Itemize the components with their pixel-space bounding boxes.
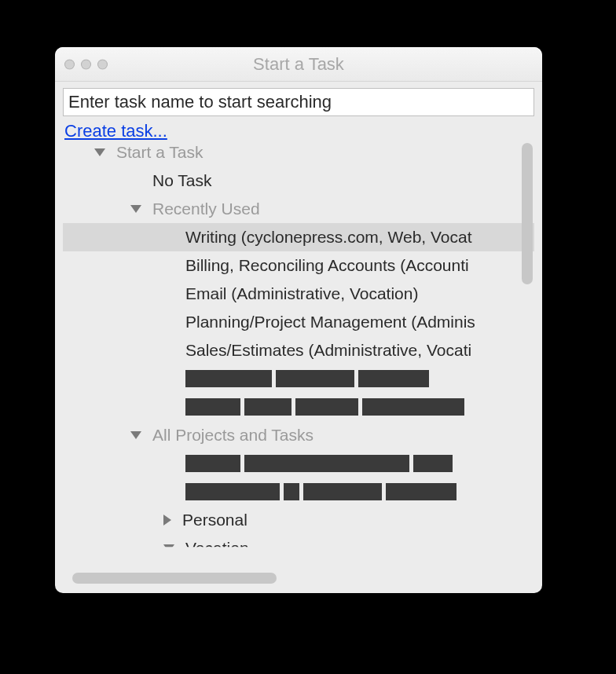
disclosure-spacer [163,346,174,354]
window-controls [64,59,108,69]
no-task-label: No Task [152,168,211,194]
disclosure-spacer [163,290,174,298]
minimize-window-button[interactable] [81,59,91,69]
personal-row[interactable]: Personal [63,506,534,534]
recent-item-label: Planning/Project Management (Adminis [185,310,475,335]
disclosure-spacer [163,233,174,241]
disclosure-spacer [163,262,174,269]
close-window-button[interactable] [64,59,75,69]
recent-item-label: Sales/Estimates (Administrative, Vocati [185,338,471,364]
personal-label: Personal [182,507,248,533]
obscured-text [185,370,429,387]
start-task-window: Start a Task Create task... Start a Task… [55,47,542,593]
horizontal-scrollbar[interactable] [72,573,277,584]
recent-item-label: Email (Administrative, Vocation) [185,281,418,307]
disclosure-spacer [163,488,174,496]
disclosure-down-icon[interactable] [163,544,174,552]
disclosure-right-icon[interactable] [163,515,171,526]
no-task-row[interactable]: No Task [63,167,534,195]
disclosure-spacer [163,375,174,383]
obscured-text [185,398,464,416]
obscured-item-row[interactable] [63,478,534,506]
disclosure-spacer [163,318,174,326]
all-projects-row[interactable]: All Projects and Tasks [63,421,534,449]
recent-item-row[interactable]: Sales/Estimates (Administrative, Vocati [63,336,534,364]
recent-item-row[interactable]: Writing (cyclonepress.com, Web, Vocat [63,223,534,251]
tree-root-label: Start a Task [116,140,204,166]
recent-item-row[interactable]: Email (Administrative, Vocation) [63,280,534,308]
obscured-item-row[interactable] [63,393,534,421]
vocation-row[interactable]: Vocation [63,534,534,562]
disclosure-down-icon[interactable] [130,205,141,213]
all-projects-label: All Projects and Tasks [152,423,314,449]
recent-item-label: Writing (cyclonepress.com, Web, Vocat [185,225,472,251]
recently-used-label: Recently Used [152,196,260,222]
recent-item-row[interactable]: Planning/Project Management (Adminis [63,308,534,336]
titlebar: Start a Task [55,47,542,82]
obscured-item-row[interactable] [63,364,534,393]
disclosure-spacer [130,177,141,185]
task-tree: Start a Task No Task Recently Used Writi… [63,138,534,562]
vertical-scrollbar[interactable] [522,143,533,284]
obscured-text [185,483,456,500]
disclosure-down-icon[interactable] [94,148,105,156]
tree-root-row[interactable]: Start a Task [63,138,534,167]
obscured-text [185,455,453,472]
disclosure-down-icon[interactable] [130,431,141,439]
recently-used-row[interactable]: Recently Used [63,195,534,223]
disclosure-spacer [163,460,174,467]
obscured-item-row[interactable] [63,449,534,478]
tree-scroll-area: Start a Task No Task Recently Used Writi… [63,138,534,585]
zoom-window-button[interactable] [97,59,108,69]
recent-item-row[interactable]: Billing, Reconciling Accounts (Accounti [63,251,534,280]
window-title: Start a Task [253,54,344,75]
window-body: Create task... Start a Task No Task Rece… [55,82,542,593]
vocation-label: Vocation [185,536,249,562]
task-search-input[interactable] [63,88,534,116]
disclosure-spacer [163,403,174,411]
recent-item-label: Billing, Reconciling Accounts (Accounti [185,253,469,279]
